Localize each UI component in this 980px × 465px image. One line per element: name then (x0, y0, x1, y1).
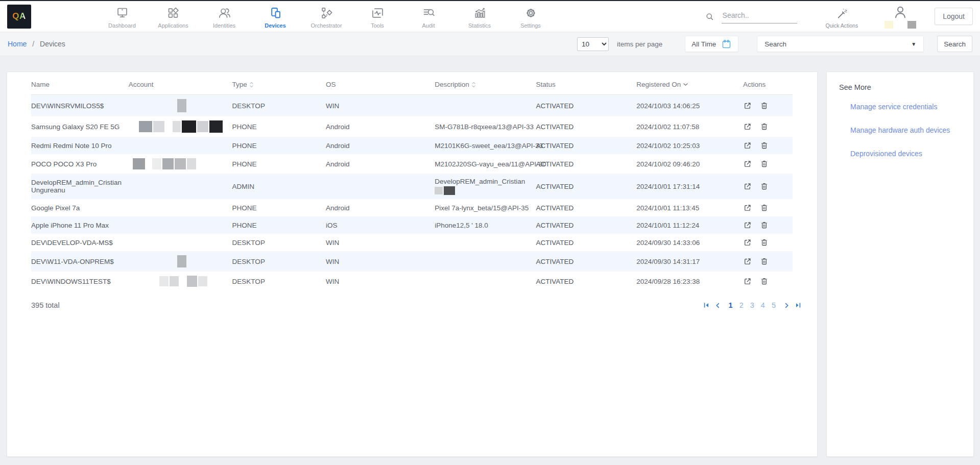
device-os: Android (326, 154, 435, 174)
user-avatar-icon (892, 4, 909, 20)
device-description (435, 234, 536, 251)
open-device-button[interactable] (743, 203, 752, 212)
open-device-button[interactable] (743, 159, 752, 168)
device-os: WIN (326, 95, 435, 117)
open-device-button[interactable] (743, 238, 752, 247)
app-logo[interactable]: QA (7, 5, 31, 29)
delete-device-button[interactable] (760, 238, 769, 247)
delete-device-button[interactable] (760, 122, 769, 131)
pagination-last-button[interactable] (795, 302, 802, 309)
quick-actions-button[interactable]: Quick Actions (826, 5, 858, 29)
pagination-page-1[interactable]: 1 (729, 301, 733, 309)
device-actions (743, 95, 793, 117)
link-manage-hardware-auth-devices[interactable]: Manage hardware auth devices (850, 126, 961, 134)
device-status: ACTIVATED (536, 234, 637, 251)
table-row[interactable]: DevelopREM_admin_Cristian Ungureanu ADMI… (31, 174, 793, 199)
nav-item-dashboard[interactable]: Dashboard (97, 4, 148, 29)
table-row[interactable]: Redmi Redmi Note 10 Pro PHONE Android M2… (31, 137, 793, 154)
device-actions (743, 272, 793, 291)
column-header-type[interactable]: Type (232, 72, 326, 95)
nav-item-orchestrator[interactable]: Orchestrator (301, 4, 352, 29)
column-header-description[interactable]: Description (435, 72, 536, 95)
device-account (129, 216, 232, 234)
column-header-os: OS (326, 72, 435, 95)
time-filter-button[interactable]: All Time (685, 36, 738, 52)
pagination-first-button[interactable] (703, 302, 710, 309)
device-actions (743, 199, 793, 216)
open-device-button[interactable] (743, 122, 752, 131)
dashboard-icon (115, 6, 129, 20)
device-account (129, 251, 232, 272)
nav-item-settings[interactable]: Settings (505, 4, 556, 29)
pagination-page-5[interactable]: 5 (772, 301, 776, 309)
device-actions (743, 216, 793, 234)
nav-item-identities[interactable]: Identities (199, 4, 250, 29)
pagination-page-3[interactable]: 3 (750, 301, 754, 309)
open-device-button[interactable] (743, 141, 752, 150)
table-row[interactable]: Google Pixel 7a PHONE Android Pixel 7a-l… (31, 199, 793, 216)
page-size-select[interactable]: 10 (577, 37, 609, 51)
open-device-button[interactable] (743, 277, 752, 286)
device-status: ACTIVATED (536, 95, 637, 117)
nav-item-tools[interactable]: Tools (352, 4, 403, 29)
device-type: PHONE (232, 216, 326, 234)
nav-item-audit[interactable]: Audit (403, 4, 454, 29)
delete-device-button[interactable] (760, 141, 769, 150)
link-deprovisioned-devices[interactable]: Deprovisioned devices (850, 150, 961, 158)
logout-button[interactable]: Logout (935, 8, 973, 25)
open-device-button[interactable] (743, 221, 752, 230)
delete-device-button[interactable] (760, 203, 769, 212)
search-button[interactable]: Search (937, 36, 972, 52)
delete-device-button[interactable] (760, 257, 769, 266)
device-status: ACTIVATED (536, 272, 637, 291)
open-device-button[interactable] (743, 101, 752, 110)
table-row[interactable]: DEV\WINSRVMILOS5$ DESKTOP WIN ACTIVATED … (31, 95, 793, 117)
pagination-pages: 12345 (729, 301, 776, 309)
table-row[interactable]: Apple iPhone 11 Pro Max PHONE iOS iPhone… (31, 216, 793, 234)
delete-device-button[interactable] (760, 101, 769, 110)
table-row[interactable]: Samsung Galaxy S20 FE 5G PHONE Android S… (31, 116, 793, 137)
table-row[interactable]: DEV\WINDOWS11TEST$ DESKTOP WIN ACTIVATED… (31, 272, 793, 291)
main-nav: Dashboard Applications Identities Device… (97, 4, 556, 29)
breadcrumb-home-link[interactable]: Home (8, 40, 27, 48)
global-search-input[interactable] (722, 9, 797, 23)
pagination-page-4[interactable]: 4 (761, 301, 765, 309)
pagination-page-2[interactable]: 2 (739, 301, 744, 309)
open-device-button[interactable] (743, 257, 752, 266)
user-menu[interactable] (885, 4, 916, 29)
sub-bar: Home / Devices 10 items per page All Tim… (0, 32, 980, 56)
delete-device-button[interactable] (760, 277, 769, 286)
device-type: PHONE (232, 154, 326, 174)
device-account (129, 199, 232, 216)
column-header-actions: Actions (743, 72, 793, 95)
device-account (129, 116, 232, 137)
device-registered-on: 2024/09/28 16:23:38 (636, 272, 743, 291)
delete-device-button[interactable] (760, 159, 769, 168)
table-row[interactable]: POCO POCO X3 Pro PHONE Android M2102J20S… (31, 154, 793, 174)
sort-desc-icon (683, 82, 688, 87)
search-field-dropdown[interactable]: Search ▼ (757, 36, 924, 52)
nav-item-statistics[interactable]: Statistics (454, 4, 505, 29)
column-header-registered-on[interactable]: Registered On (636, 72, 743, 95)
delete-device-button[interactable] (760, 182, 769, 191)
device-account (129, 137, 232, 154)
device-description: Pixel 7a-lynx_beta/15@API-35 (435, 199, 536, 216)
open-device-button[interactable] (743, 182, 752, 191)
device-os: WIN (326, 234, 435, 251)
breadcrumb-separator: / (32, 40, 34, 48)
device-type: PHONE (232, 116, 326, 137)
device-status: ACTIVATED (536, 216, 637, 234)
device-account (129, 272, 232, 291)
pagination-prev-button[interactable] (714, 302, 721, 309)
device-name: DEV\WINDOWS11TEST$ (31, 272, 129, 291)
table-row[interactable]: DEV\DEVELOP-VDA-MS$ DESKTOP WIN ACTIVATE… (31, 234, 793, 251)
audit-icon (422, 6, 436, 20)
nav-item-devices[interactable]: Devices (250, 4, 301, 29)
link-manage-service-credentials[interactable]: Manage service credentials (850, 103, 961, 111)
pagination-next-button[interactable] (783, 302, 790, 309)
table-row[interactable]: DEV\W11-VDA-ONPREM$ DESKTOP WIN ACTIVATE… (31, 251, 793, 272)
device-os: Android (326, 116, 435, 137)
nav-item-applications[interactable]: Applications (148, 4, 199, 29)
delete-device-button[interactable] (760, 221, 769, 230)
device-registered-on: 2024/10/01 11:12:24 (636, 216, 743, 234)
